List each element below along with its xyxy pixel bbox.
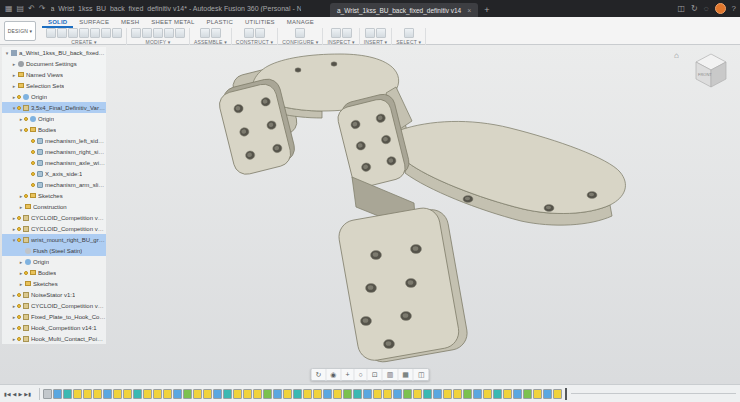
browser-item[interactable]: mechanism_arm_slide:1 xyxy=(2,179,106,190)
visibility-bulb-icon[interactable] xyxy=(17,315,21,319)
timeline-feature-sketch[interactable] xyxy=(373,389,382,399)
go-to-start-icon[interactable]: ▮◀ xyxy=(4,389,11,399)
tab-plastic[interactable]: PLASTIC xyxy=(201,17,239,28)
timeline-feature-joint[interactable] xyxy=(423,389,432,399)
visibility-bulb-icon[interactable] xyxy=(17,227,21,231)
browser-item[interactable]: ▸Origin xyxy=(2,256,106,267)
help-icon[interactable]: ? xyxy=(732,0,736,17)
new-component-icon[interactable] xyxy=(200,28,210,38)
caret-right-icon[interactable]: ▸ xyxy=(11,83,17,89)
timeline-track[interactable] xyxy=(571,393,736,394)
timeline-feature-extrude[interactable] xyxy=(543,389,552,399)
hole-icon[interactable] xyxy=(101,28,111,38)
timeline-feature-sketch[interactable] xyxy=(503,389,512,399)
pan-icon[interactable]: + xyxy=(341,369,354,381)
timeline-feature-component[interactable] xyxy=(263,389,272,399)
browser-item[interactable]: mechanism_axle_wide:1 xyxy=(2,157,106,168)
press-pull-icon[interactable] xyxy=(131,28,141,38)
undo-icon[interactable]: ↶ xyxy=(28,0,35,17)
visibility-bulb-icon[interactable] xyxy=(17,326,21,330)
timeline-feature-sketch[interactable] xyxy=(443,389,452,399)
visibility-bulb-icon[interactable] xyxy=(17,95,21,99)
timeline-feature-sketch[interactable] xyxy=(243,389,252,399)
timeline-feature-sketch[interactable] xyxy=(413,389,422,399)
notifications-icon[interactable]: ◌ xyxy=(704,0,709,17)
visibility-bulb-icon[interactable] xyxy=(31,172,35,176)
step-forward-icon[interactable]: ▶▮ xyxy=(24,389,31,399)
timeline-feature-sketch[interactable] xyxy=(123,389,132,399)
timeline-feature-sketch[interactable] xyxy=(153,389,162,399)
fit-icon[interactable]: ⊡ xyxy=(368,369,383,381)
browser-item[interactable]: ▸Construction xyxy=(2,201,106,212)
step-back-icon[interactable]: ◀ xyxy=(13,389,17,399)
timeline-feature-sketch[interactable] xyxy=(333,389,342,399)
timeline-feature-sketch[interactable] xyxy=(83,389,92,399)
tab-sheet-metal[interactable]: SHEET METAL xyxy=(145,17,200,28)
visibility-bulb-icon[interactable] xyxy=(24,271,28,275)
timeline-feature-sketch[interactable] xyxy=(253,389,262,399)
browser-item[interactable]: ▸Hook_Multi_Contact_Point:1 xyxy=(2,333,106,344)
browser-item[interactable]: mechanism_left_side:1 xyxy=(2,135,106,146)
timeline-feature-extrude[interactable] xyxy=(323,389,332,399)
new-tab-button[interactable]: + xyxy=(478,3,495,17)
timeline-feature-extrude[interactable] xyxy=(473,389,482,399)
revolve-icon[interactable] xyxy=(68,28,78,38)
caret-right-icon[interactable]: ▸ xyxy=(18,204,24,210)
section-analysis-icon[interactable] xyxy=(342,28,352,38)
browser-item[interactable]: ▸Sketches xyxy=(2,278,106,289)
timeline-feature-joint[interactable] xyxy=(493,389,502,399)
timeline-feature-joint[interactable] xyxy=(63,389,72,399)
browser-item[interactable]: ▾Bodies xyxy=(2,124,106,135)
timeline-feature-sketch[interactable] xyxy=(313,389,322,399)
viewport-canvas[interactable]: ▾a_Wrist_1kss_BU_back_fixed_definitiv v1… xyxy=(0,45,740,402)
browser-item[interactable]: ▸Selection Sets xyxy=(2,80,106,91)
save-icon[interactable]: ▤ xyxy=(17,0,25,17)
3d-model-bracket[interactable] xyxy=(0,45,740,402)
timeline-feature-sketch[interactable] xyxy=(553,389,562,399)
timeline-feature-joint[interactable] xyxy=(293,389,302,399)
timeline-feature-sketch[interactable] xyxy=(193,389,202,399)
timeline-feature-extrude[interactable] xyxy=(393,389,402,399)
timeline-feature-extrude[interactable] xyxy=(103,389,112,399)
visibility-bulb-icon[interactable] xyxy=(17,238,21,242)
new-component-icon[interactable] xyxy=(46,28,56,38)
timeline-feature-component[interactable] xyxy=(403,389,412,399)
browser-item[interactable]: ▸CYCLOID_Competition v96:3 xyxy=(2,300,106,311)
measure-icon[interactable] xyxy=(331,28,341,38)
look-at-icon[interactable]: ◉ xyxy=(326,369,341,381)
timeline-feature-sketch[interactable] xyxy=(233,389,242,399)
timeline-feature-sketch[interactable] xyxy=(483,389,492,399)
user-avatar[interactable] xyxy=(715,3,726,14)
timeline-feature-extrude[interactable] xyxy=(513,389,522,399)
browser-item[interactable]: ▸Fixed_Plate_to_Hook_Contact:1 xyxy=(2,311,106,322)
visibility-bulb-icon[interactable] xyxy=(17,304,21,308)
document-tab[interactable]: a_Wrist_1kss_BU_back_fixed_definitiv v14… xyxy=(330,3,478,17)
timeline-feature-sketch[interactable] xyxy=(143,389,152,399)
workspace-selector[interactable]: DESIGN ▾ xyxy=(4,21,36,41)
job-status-icon[interactable]: ↻ xyxy=(691,0,698,17)
extensions-icon[interactable]: ◫ xyxy=(678,0,686,17)
tab-surface[interactable]: SURFACE xyxy=(73,17,115,28)
close-tab-icon[interactable]: × xyxy=(467,7,471,14)
timeline-feature-extrude[interactable] xyxy=(213,389,222,399)
viewports-icon[interactable]: ◫ xyxy=(414,369,429,381)
browser-item[interactable]: ▸CYCLOID_Competition v96:1 xyxy=(2,212,106,223)
timeline-feature-sketch[interactable] xyxy=(453,389,462,399)
visibility-bulb-icon[interactable] xyxy=(24,194,28,198)
tab-mesh[interactable]: MESH xyxy=(115,17,145,28)
browser-item[interactable]: ▸Document Settings xyxy=(2,58,106,69)
caret-right-icon[interactable]: ▸ xyxy=(18,281,24,287)
browser-item[interactable]: ▸Hook_Competition v14:1 xyxy=(2,322,106,333)
tab-solid[interactable]: SOLID xyxy=(42,17,73,28)
loft-icon[interactable] xyxy=(90,28,100,38)
timeline-feature-sketch[interactable] xyxy=(203,389,212,399)
browser-item[interactable]: ▾a_Wrist_1kss_BU_back_fixed_definitiv v1… xyxy=(2,47,106,58)
browser-item[interactable]: ▾wrist_mount_right_BU_grip:1 xyxy=(2,234,106,245)
axis-icon[interactable] xyxy=(255,28,265,38)
visibility-bulb-icon[interactable] xyxy=(31,161,35,165)
display-settings-icon[interactable]: ▥ xyxy=(383,369,399,381)
joint-icon[interactable] xyxy=(211,28,221,38)
caret-down-icon[interactable]: ▾ xyxy=(4,50,10,56)
caret-right-icon[interactable]: ▸ xyxy=(11,72,17,78)
timeline-feature-joint[interactable] xyxy=(223,389,232,399)
